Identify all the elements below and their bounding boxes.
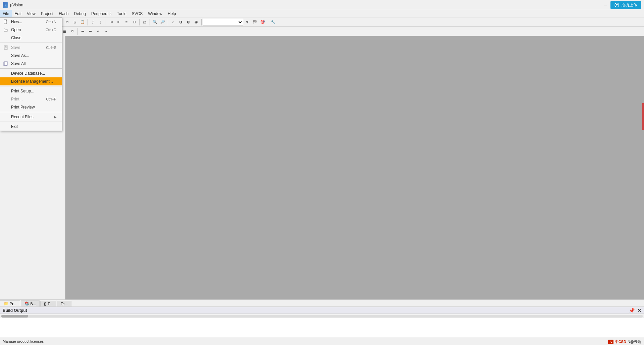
tb-sep9 [201,19,202,25]
menu-license[interactable]: License Management... [0,77,62,85]
view-toggle-button[interactable]: ▼ [244,18,251,26]
dbg-extra1-button[interactable]: ⤶ [94,28,102,35]
menu-saveas[interactable]: Save As... [0,52,62,60]
circle3-button[interactable]: ◐ [185,18,192,26]
status-text: Manage product licenses [3,339,44,343]
menu-save-label: Save [11,45,20,50]
build-output-panel: Build Output 📌 ✕ [0,307,644,337]
menu-exit-label: Exit [11,124,18,129]
tb-sep8 [168,19,168,25]
align-button[interactable]: ≡ [123,18,130,26]
csdn-area: S 中CSD N@云端 [605,339,644,345]
new-icon [2,19,9,24]
menu-item-tools[interactable]: Tools [114,10,129,17]
menu-divider1 [0,43,62,43]
bottom-tabs: 📁 Pr... 📚 B... {} F... Te... [0,299,644,307]
menu-item-project[interactable]: Project [38,10,56,17]
menu-open-shortcut: Ctrl+O [46,28,56,32]
menu-print: Print... Ctrl+P [0,95,62,103]
indent-button[interactable]: ⇥ [107,18,115,26]
menu-license-label: License Management... [11,79,53,84]
main-area [0,36,644,299]
tab-project[interactable]: 📁 Pr... [0,300,20,306]
zoom-out-button[interactable]: 🔎 [159,18,166,26]
menu-item-debug[interactable]: Debug [71,10,89,17]
circle4-button[interactable]: ◉ [193,18,200,26]
menu-printsetup[interactable]: Print Setup... [0,87,62,95]
tb-sep5 [106,19,106,25]
templates-tab-icon: Te... [61,302,68,306]
menu-new[interactable]: New... Ctrl+N [0,18,62,26]
menu-new-label: New... [11,19,22,24]
menu-saveall[interactable]: Save All [0,60,62,68]
menu-devicedb[interactable]: Device Database... [0,69,62,77]
menu-recentfiles[interactable]: Recent Files ▶ [0,113,62,121]
copy-button[interactable]: ⎘ [71,18,78,26]
upload-btn-label: 拖拽上传 [621,2,637,8]
format-button[interactable]: ⊟ [130,18,138,26]
tab-templates[interactable]: Te... [57,301,71,306]
saveall-icon [2,61,9,66]
project-tab-icon: 📁 [4,301,8,306]
functions-tab-icon: {} [44,302,46,306]
target2-button[interactable]: 🎯 [259,18,266,26]
build-output-close-icon[interactable]: ✕ [637,308,641,313]
open-solution-button[interactable]: 🗂 [141,18,148,26]
outdent-button[interactable]: ⇤ [115,18,122,26]
back2-button[interactable]: ⬅ [79,28,86,35]
forward2-button[interactable]: ➡ [87,28,94,35]
view-dropdown[interactable] [203,19,243,25]
statusbar: Manage product licenses S 中CSD N@云端 [0,337,644,345]
menu-printpreview[interactable]: Print Preview [0,103,62,111]
app-icon: µ [3,2,8,8]
reset-button[interactable]: ↺ [68,28,76,35]
circle1-button[interactable]: ○ [169,18,177,26]
bookmark-prev-button[interactable]: ⤴ [89,18,97,26]
upload-button[interactable]: 拖拽上传 [610,1,641,9]
menu-item-edit[interactable]: Edit [12,10,24,17]
right-decoration [642,103,644,130]
menu-recentfiles-shortcut: ▶ [54,115,56,119]
menu-item-svcs[interactable]: SVCS [129,10,146,17]
title-text: µVision [10,3,23,7]
menu-close-label: Close [11,36,21,40]
menu-item-help[interactable]: Help [165,10,179,17]
tb-sep4 [88,19,88,25]
save-icon [2,45,9,50]
tb2-sep3 [77,28,77,35]
menu-devicedb-label: Device Database... [11,71,45,76]
svg-rect-4 [4,48,7,49]
menu-open[interactable]: Open Ctrl+O [0,26,62,34]
menu-item-file[interactable]: File [0,10,12,17]
zoom-in-button[interactable]: 🔍 [151,18,159,26]
menu-item-view[interactable]: View [24,10,38,17]
tab-functions[interactable]: {} F... [40,301,56,306]
scrollbar-thumb[interactable] [1,315,28,318]
menu-divider2 [0,68,62,69]
bookmark-next-button[interactable]: ⤵ [97,18,104,26]
menu-exit[interactable]: Exit [0,123,62,131]
titlebar: µ µVision ─ □ ✕ 拖拽上传 [0,0,644,10]
books-tab-label: B... [31,302,36,306]
tb-sep7 [150,19,150,25]
menu-item-window[interactable]: Window [145,10,165,17]
target-button[interactable]: 🏁 [251,18,259,26]
settings-button[interactable]: 🔧 [269,18,277,26]
build-output-pin[interactable]: 📌 [629,308,635,313]
csdn-suffix: N@云端 [628,339,641,344]
paste-button[interactable]: 📋 [79,18,86,26]
dbg-extra2-button[interactable]: ⤷ [102,28,109,35]
tab-books[interactable]: 📚 B... [21,300,40,306]
menu-item-peripherals[interactable]: Peripherals [89,10,114,17]
menu-printsetup-label: Print Setup... [11,89,34,93]
menu-divider5 [0,122,62,122]
cut-button[interactable]: ✂ [63,18,71,26]
build-output-scrollbar[interactable] [0,314,644,318]
menu-divider4 [0,112,62,112]
menu-close[interactable]: Close [0,34,62,42]
tb-sep6 [139,19,140,25]
menu-print-shortcut: Ctrl+P [46,97,56,101]
circle2-button[interactable]: ◑ [177,18,184,26]
menu-item-flash[interactable]: Flash [56,10,71,17]
menu-divider3 [0,86,62,86]
